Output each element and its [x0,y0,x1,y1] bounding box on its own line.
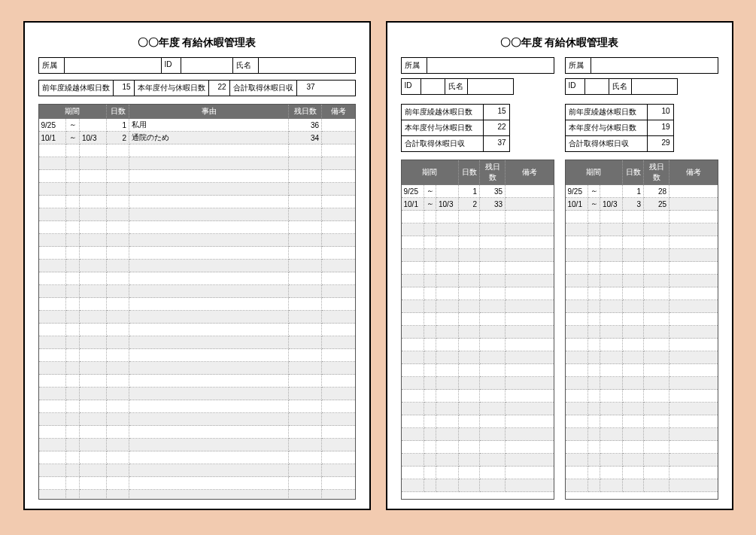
cell-empty [623,275,644,287]
cell-empty [644,223,669,236]
cell-empty [480,377,506,390]
cell-empty [322,144,355,157]
cell-empty [39,426,66,439]
cell-empty [80,170,107,183]
id-value [421,79,445,94]
table-row [566,326,718,339]
cell-remaining: 33 [480,198,506,211]
cell-empty [107,298,129,311]
cell-empty [107,388,129,400]
cell-empty [289,349,322,362]
cell-empty [600,415,623,428]
cell-empty [506,211,554,223]
cell-empty [480,479,506,492]
cell-empty [66,272,80,285]
cell-empty [436,211,459,223]
table-row [402,223,554,236]
cell-empty [129,183,289,196]
cell-empty [129,336,289,349]
cell-empty [80,490,107,500]
person-left: 所属 ID 氏名 前年度繰越休暇日数15 本年度付与休暇日数22 合計取得休暇日… [401,57,554,500]
cell-empty [506,428,554,441]
dept-value [591,58,718,73]
cell-empty [107,196,129,208]
cell-empty [623,364,644,377]
cell-empty [107,157,129,170]
cell-empty [66,144,80,157]
cell-empty [289,464,322,477]
cell-empty [588,339,600,351]
cell-empty [600,236,623,249]
cell-empty [66,260,80,272]
cell-empty [402,428,424,441]
cell-empty [66,285,80,298]
cell-empty [129,413,289,426]
cell-from: 10/1 [566,198,588,211]
cell-empty [289,426,322,439]
cell-empty [39,247,66,260]
cell-empty [289,388,322,400]
dept-field: 所属 [401,57,554,74]
table-row [566,262,718,275]
cell-empty [66,298,80,311]
cell-empty [289,170,322,183]
cell-empty [289,400,322,413]
cell-empty [669,479,718,492]
cell-days: 2 [459,198,480,211]
cell-empty [39,490,66,500]
cell-empty [424,390,436,403]
cell-empty [66,336,80,349]
cell-empty [289,196,322,208]
cell-empty [566,211,588,223]
cell-empty [506,313,554,326]
page-title: 〇〇年度 有給休暇管理表 [401,36,718,50]
cell-empty [424,211,436,223]
table-header-row: 期間 日数 事由 残日数 備考 [39,105,355,119]
cell-empty [39,439,66,451]
cell-empty [459,300,480,313]
table-row [566,377,718,390]
col-days: 日数 [623,160,644,185]
leave-table-wrap: 期間 日数 事由 残日数 備考 9/25～1私用3610/1～10/32通院のた… [38,104,356,500]
cell-empty [588,415,600,428]
cell-empty [480,428,506,441]
cell-empty [623,249,644,262]
total-value: 29 [648,136,673,151]
page-1: 〇〇年度 有給休暇管理表 所属 ID 氏名 前年度繰越休暇日数 15 本年度付与… [23,21,371,510]
cell-to [436,185,459,198]
cell-empty [107,413,129,426]
cell-empty [66,464,80,477]
cell-from: 9/25 [402,185,424,198]
cell-empty [669,236,718,249]
cell-empty [289,144,322,157]
col-period: 期間 [402,160,459,185]
table-row [566,300,718,313]
cell-empty [436,236,459,249]
cell-empty [107,247,129,260]
cell-empty [436,441,459,454]
cell-empty [566,390,588,403]
cell-empty [588,287,600,300]
cell-empty [107,349,129,362]
two-column-layout: 所属 ID 氏名 前年度繰越休暇日数15 本年度付与休暇日数22 合計取得休暇日… [401,57,718,500]
cell-days: 1 [459,185,480,198]
cell-empty [80,464,107,477]
cell-empty [600,377,623,390]
cell-empty [66,349,80,362]
cell-empty [644,454,669,467]
table-row [39,234,355,247]
cell-empty [506,287,554,300]
cell-empty [66,247,80,260]
table-row [566,287,718,300]
cell-empty [80,477,107,490]
table-row [566,467,718,479]
prev-label: 前年度繰越休暇日数 [39,81,114,96]
cell-empty [506,415,554,428]
cell-empty [402,467,424,479]
cell-empty [129,221,289,234]
cell-empty [588,390,600,403]
cell-empty [424,275,436,287]
cell-empty [623,326,644,339]
cell-empty [322,324,355,336]
cell-empty [289,247,322,260]
